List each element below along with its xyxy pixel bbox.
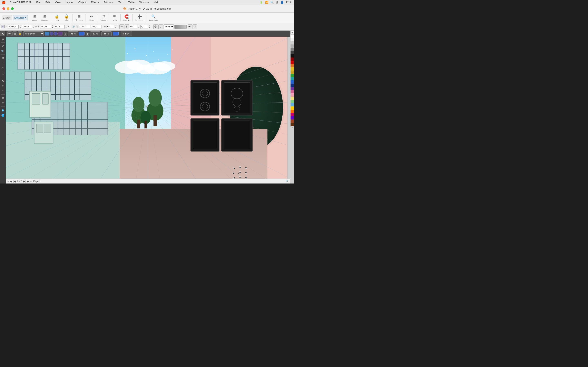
node-tool[interactable]: ✥: [0, 37, 5, 42]
group-button[interactable]: ⊞ Group: [30, 14, 39, 22]
add-page-end-btn[interactable]: +: [30, 180, 32, 183]
text-tool[interactable]: A: [0, 78, 5, 83]
menu-object[interactable]: Object: [78, 0, 87, 4]
skew-x-input[interactable]: [130, 25, 138, 29]
unlock-button[interactable]: 🔓 Unlock: [62, 14, 71, 22]
palette-scroll-down[interactable]: ▼: [291, 126, 294, 128]
persp-eye-btn[interactable]: 👁: [7, 31, 12, 36]
darkred-swatch[interactable]: [291, 58, 294, 61]
alignment-button[interactable]: ⊞ Alignment: [74, 14, 84, 22]
lightblue-swatch[interactable]: [291, 103, 294, 106]
eraser-tool[interactable]: ⬡: [0, 101, 5, 106]
x-spinners[interactable]: ▲▼: [19, 25, 21, 29]
view-modes-dropdown[interactable]: Enhanced ▾: [13, 15, 28, 20]
left-plane-btn[interactable]: [50, 32, 53, 35]
floor-plane-btn[interactable]: [45, 32, 49, 35]
hotpink-swatch[interactable]: [291, 113, 294, 116]
zoom-tool[interactable]: 🔍: [0, 49, 5, 54]
app-name[interactable]: CorelDRAW 2021: [9, 0, 32, 4]
rotation-input[interactable]: [107, 25, 114, 29]
scale-with-image-btn[interactable]: ⊞: [76, 25, 79, 28]
white-swatch[interactable]: [291, 35, 294, 38]
menu-help[interactable]: Help: [153, 0, 160, 4]
rect-tool[interactable]: ▭: [0, 61, 5, 66]
menu-table[interactable]: Table: [127, 0, 135, 4]
minimize-button[interactable]: [7, 7, 9, 10]
skew-x-spinners[interactable]: ▲▼: [138, 25, 140, 29]
menu-file[interactable]: File: [35, 0, 41, 4]
arrange-button[interactable]: ⬚ Arrange: [99, 14, 108, 22]
menu-effects[interactable]: Effects: [90, 0, 100, 4]
snap-to-button[interactable]: 🧲 Snap To: [122, 14, 131, 22]
ungroup-button[interactable]: ⊟ Ungroup: [40, 14, 50, 22]
close-button[interactable]: [2, 7, 5, 10]
last-page-btn[interactable]: ▶|: [23, 180, 26, 183]
right-plane-btn[interactable]: [54, 32, 58, 35]
edit-corners-btn[interactable]: ⌟: [158, 25, 163, 29]
h-input[interactable]: [54, 25, 65, 29]
view-button[interactable]: 👁 View: [110, 14, 119, 21]
darkbrown-swatch[interactable]: [291, 123, 294, 126]
lock-ratio-btn[interactable]: 🔗: [72, 25, 75, 28]
refresh-btn[interactable]: ↺: [192, 25, 197, 29]
gray3-swatch[interactable]: [291, 48, 294, 51]
gray2-swatch[interactable]: [291, 44, 294, 48]
eyedropper-tool[interactable]: 💧: [0, 108, 5, 112]
add-page-btn[interactable]: +: [7, 180, 9, 183]
menu-edit[interactable]: Edit: [44, 0, 51, 4]
black-swatch[interactable]: [291, 54, 294, 58]
menu-layout[interactable]: Layout: [65, 0, 74, 4]
polygon-tool[interactable]: ⬡: [0, 71, 5, 76]
h-spinners[interactable]: ▲▼: [65, 25, 67, 29]
top-plane-btn[interactable]: [58, 32, 62, 35]
pink-swatch[interactable]: [291, 90, 294, 93]
persp-lock-btn[interactable]: 🔒: [17, 31, 22, 36]
blue-swatch[interactable]: [291, 80, 294, 83]
h2-input[interactable]: [91, 25, 102, 29]
w-spinners[interactable]: ▲▼: [33, 25, 35, 29]
pen-tool[interactable]: ✏: [0, 83, 5, 88]
menu-bitmaps[interactable]: Bitmaps: [103, 0, 114, 4]
artistic-tool[interactable]: 〜: [0, 89, 5, 94]
red-swatch[interactable]: [291, 61, 294, 64]
ellipse-tool[interactable]: ◯: [0, 66, 5, 71]
freehand-tool[interactable]: ✱: [0, 55, 5, 60]
inspectors-button[interactable]: 🔍 Inspectors: [148, 14, 159, 22]
gold-swatch[interactable]: [291, 71, 294, 74]
mirror-button[interactable]: ⇔ Mirror: [87, 14, 96, 22]
y-input[interactable]: [40, 25, 51, 29]
select-tool[interactable]: ↖: [0, 31, 5, 36]
eye-btn[interactable]: 👁: [188, 25, 192, 29]
none-select[interactable]: None: [164, 25, 174, 29]
apple-menu[interactable]: 🍎: [2, 0, 6, 4]
rotation-spinners[interactable]: ▲▼: [115, 25, 117, 29]
opacity-input[interactable]: [68, 31, 78, 36]
lightpink-swatch[interactable]: [291, 93, 294, 97]
fill-tool[interactable]: 🪣: [0, 113, 5, 118]
no-fill-swatch[interactable]: ⊘: [291, 31, 294, 34]
crop-tool[interactable]: ✐: [0, 43, 5, 48]
get-more-button[interactable]: ➕ Get More...: [134, 14, 145, 22]
search-icon[interactable]: 🔍: [270, 1, 274, 4]
fade-input[interactable]: [90, 31, 100, 36]
maximize-button[interactable]: [11, 7, 14, 10]
prev-page-btn[interactable]: ◀: [10, 180, 12, 183]
darkblue-swatch[interactable]: [291, 83, 294, 87]
menu-view[interactable]: View: [54, 0, 61, 4]
nudge-btn[interactable]: ✛: [153, 25, 158, 29]
green-swatch[interactable]: [291, 74, 294, 77]
lightgray-swatch[interactable]: [291, 38, 294, 41]
control-icon[interactable]: 🎛: [276, 1, 278, 4]
scale-input[interactable]: [102, 31, 112, 36]
lightyellow-swatch[interactable]: [291, 97, 294, 100]
zoom-dropdown[interactable]: 236% ▾: [2, 15, 12, 20]
skew-y-input[interactable]: [140, 25, 148, 29]
gray1-swatch[interactable]: [291, 41, 294, 44]
x-input[interactable]: [8, 25, 18, 29]
w2-input[interactable]: [80, 25, 90, 29]
flip-v-btn[interactable]: ⇕: [125, 25, 129, 29]
teal-swatch[interactable]: [291, 77, 294, 80]
skew-y-spinners[interactable]: ▲▼: [149, 25, 151, 29]
darkgray-swatch[interactable]: [291, 51, 294, 54]
persp-grid-btn[interactable]: ▦: [12, 31, 17, 36]
